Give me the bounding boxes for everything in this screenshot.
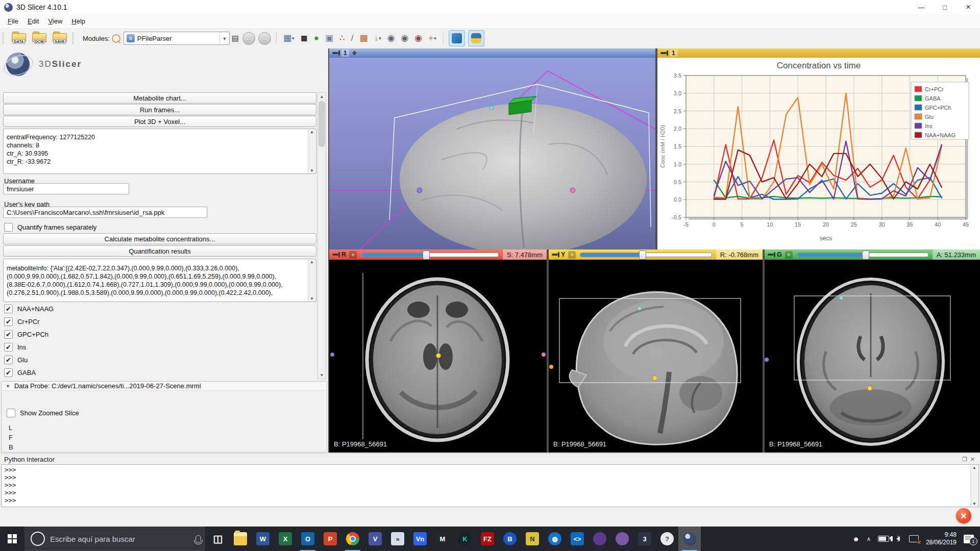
yellow-fiducial[interactable] [436, 354, 441, 358]
taskbar-chrome[interactable] [341, 527, 364, 551]
crosshair-icon[interactable]: + [785, 251, 793, 259]
taskbar-winscp[interactable]: » [386, 527, 409, 551]
extension-button[interactable] [449, 30, 465, 46]
yellow-fiducial[interactable] [653, 376, 657, 381]
hidden-icons-caret[interactable]: ∧ [867, 536, 871, 542]
pin-icon[interactable] [552, 254, 558, 256]
toolbar-drag-handle[interactable] [72, 33, 76, 44]
microphone-icon[interactable] [195, 535, 201, 543]
cyan-fiducial[interactable] [638, 307, 641, 310]
yellow-slice-view[interactable]: Y + R: -0.768mm [549, 249, 763, 453]
float-dock-icon[interactable]: ❐ [962, 456, 967, 463]
cyan-fiducial[interactable] [840, 296, 843, 299]
crosshair-icon[interactable]: +▾ [428, 34, 436, 43]
slider-thumb[interactable] [862, 251, 869, 260]
calculate-concentrations-button[interactable]: Calculate metabolite concentrations... [3, 233, 316, 244]
yellow-fiducial[interactable] [868, 386, 872, 391]
pin-icon[interactable] [768, 254, 774, 256]
taskbar-excel[interactable]: X [274, 527, 297, 551]
taskbar-editor[interactable]: N [521, 527, 544, 551]
back-icon[interactable]: ← [242, 32, 255, 45]
sagittal-mri-image[interactable]: B: P19968_56691 [549, 260, 763, 453]
python-console[interactable]: >>>>>>>>>>>>>>> ▲▼ [1, 464, 979, 507]
metabolite-chart-button[interactable]: Metabolite chart... [3, 92, 316, 104]
axial-mri-image[interactable]: B: P19968_56691 [329, 260, 547, 453]
show-zoomed-slice-checkbox[interactable]: Show Zoomed Slice [7, 409, 332, 417]
quantification-results-button[interactable]: Quantification results [3, 245, 316, 257]
red-slice-view[interactable]: R + S: 7.478mm [329, 249, 547, 453]
transform-slash-icon[interactable]: / [351, 34, 354, 43]
checkbox-checked[interactable]: ✔ [4, 343, 13, 352]
console-scrollbar[interactable]: ▲▼ [970, 465, 978, 506]
quantify-frames-checkbox[interactable]: Quantify frames separately [4, 223, 96, 232]
battery-icon[interactable] [878, 536, 889, 542]
menu-help[interactable]: Help [67, 15, 90, 27]
close-dock-icon[interactable]: ✕ [970, 456, 975, 463]
toolbar-save-button[interactable]: SAVE [53, 33, 67, 44]
close-button[interactable]: × [957, 0, 980, 14]
taskbar-clock[interactable]: 9:48 28/06/2019 [926, 531, 957, 546]
toolbar-load-dicom-button[interactable]: DCM [32, 33, 46, 44]
purple-edge-marker[interactable] [765, 358, 769, 362]
pin-icon[interactable] [332, 254, 338, 256]
checkbox-checked[interactable]: ✔ [4, 330, 13, 339]
cyan-fiducial-marker[interactable] [490, 106, 494, 110]
scene-cube-icon[interactable]: ◼ [301, 34, 308, 43]
panel-scrollbar[interactable]: ▲ ▼ [317, 92, 326, 379]
checkbox-checked[interactable]: ✔ [4, 305, 13, 313]
taskbar-bitvise[interactable]: B [499, 527, 521, 551]
toolbar-drag-handle[interactable] [3, 33, 6, 44]
taskbar-vscode[interactable]: <> [566, 527, 589, 551]
orange-edge-marker[interactable] [549, 365, 553, 369]
metabolite-checkbox-cr-pcr[interactable]: ✔Cr+PCr [4, 317, 40, 326]
taskbar-app-purple-2[interactable] [611, 527, 633, 551]
speaker-icon[interactable] [896, 536, 900, 541]
taskbar-gitkraken[interactable]: K [454, 527, 476, 551]
slice-offset-slider[interactable] [580, 253, 712, 257]
notification-center-icon[interactable]: 1 [964, 535, 974, 543]
keypath-field[interactable]: C:\Users\FranciscoMarcano\.ssh\fmrsiuser… [3, 207, 207, 218]
volume-sphere-icon[interactable]: ● [314, 34, 319, 43]
taskbar-powerpoint[interactable]: P [319, 527, 341, 551]
pink-axis-marker[interactable] [570, 188, 575, 193]
checkbox-checked[interactable]: ✔ [4, 356, 13, 364]
taskbar-slicer[interactable] [678, 527, 701, 551]
green-slice-view[interactable]: G + A: 51.233mm [765, 249, 980, 453]
download-arrow-icon[interactable]: ↓▾ [374, 34, 381, 43]
screenshot-icon[interactable]: ◉ [387, 34, 395, 43]
checkbox-checked[interactable]: ✔ [4, 317, 13, 326]
chart-view[interactable]: 1 Concentration vs time -505101520253035… [657, 48, 980, 249]
metabolite-checkbox-ins[interactable]: ✔Ins [4, 343, 26, 352]
metabolite-checkbox-gpc-pch[interactable]: ✔GPC+PCh [4, 330, 48, 339]
taskbar-help[interactable]: ? [656, 527, 678, 551]
pin-icon[interactable] [660, 52, 667, 54]
slice-offset-slider[interactable] [361, 253, 499, 257]
metabolite-box-scrollbar[interactable]: ▲▼ [308, 260, 315, 301]
taskbar-mplab[interactable]: M [431, 527, 454, 551]
metabolite-checkbox-gaba[interactable]: ✔GABA [4, 368, 36, 377]
brain-volume-render[interactable] [329, 58, 655, 249]
combo-dropdown-arrow[interactable]: ▾ [219, 32, 229, 44]
window-grid-icon[interactable]: ▣ [325, 34, 333, 43]
checkbox-unchecked[interactable] [7, 409, 15, 417]
crosshair-icon[interactable]: + [349, 251, 357, 259]
taskbar-file-explorer[interactable] [229, 527, 252, 551]
capture-icon[interactable]: ◉ [414, 34, 422, 43]
forward-icon[interactable]: → [258, 32, 271, 45]
taskbar-filezilla[interactable]: FZ [476, 527, 499, 551]
menu-edit[interactable]: Edit [23, 15, 43, 27]
taskbar-globe[interactable]: ◍ [544, 527, 566, 551]
extensions-grid-icon[interactable]: ▩ [360, 34, 368, 43]
purple-axis-marker[interactable] [417, 188, 422, 193]
module-history-icon[interactable]: ▤ [232, 34, 239, 43]
checkbox-unchecked[interactable] [4, 223, 13, 232]
username-field[interactable]: fmrsiuser [3, 183, 129, 194]
collapse-triangle-icon[interactable]: ▼ [6, 384, 10, 389]
header-info-box[interactable]: centralFrequency: 1277125220channels: 8c… [3, 129, 316, 174]
taskbar-task-view[interactable]: ◫ [207, 527, 229, 551]
menu-view[interactable]: View [43, 15, 67, 27]
taskbar-vnc-viewer[interactable]: Vn [409, 527, 431, 551]
data-probe-header[interactable]: ▼ Data Probe: C:/dev/1.namic/scenes/ti..… [2, 382, 327, 391]
pin-icon[interactable] [332, 52, 338, 54]
taskbar-outlook[interactable]: O [297, 527, 319, 551]
